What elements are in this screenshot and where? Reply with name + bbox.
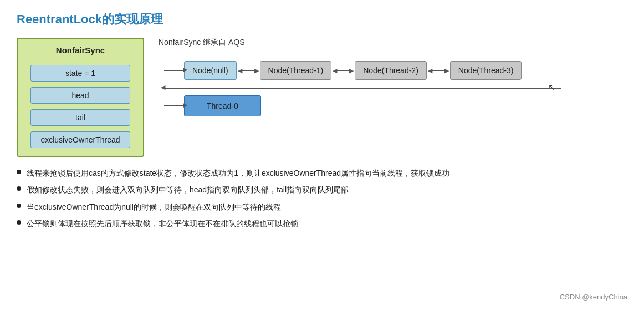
bullet-1: 线程来抢锁后使用cas的方式修改state状态，修改状态成功为1，则让exclu… xyxy=(17,167,627,179)
node-thread2: Node(Thread-2) xyxy=(355,61,427,80)
thread-row: ▶ Thread-0 xyxy=(164,95,627,116)
bullets-section: 线程来抢锁后使用cas的方式修改state状态，修改状态成功为1，则让exclu… xyxy=(17,167,627,230)
nonfair-box: NonfairSync state = 1 head tail exclusiv… xyxy=(17,38,144,157)
node-thread3: Node(Thread-3) xyxy=(450,61,522,80)
bullet-3: 当exclusiveOwnerThread为null的时候，则会唤醒在双向队列中… xyxy=(17,201,627,213)
field-exclusive: exclusiveOwnerThread xyxy=(30,131,130,148)
page-title: ReentrantLock的实现原理 xyxy=(17,11,627,28)
bullet-dot-1 xyxy=(17,170,21,174)
node-thread1: Node(Thread-1) xyxy=(260,61,332,80)
nonfair-title: NonfairSync xyxy=(56,45,105,55)
bullet-text-2: 假如修改状态失败，则会进入双向队列中等待，head指向双向队列头部，tail指向… xyxy=(27,184,349,196)
field-tail: tail xyxy=(30,109,130,126)
bullet-text-1: 线程来抢锁后使用cas的方式修改state状态，修改状态成功为1，则让exclu… xyxy=(27,167,449,179)
bullet-dot-4 xyxy=(17,220,21,225)
bullet-text-4: 公平锁则体现在按照先后顺序获取锁，非公平体现在不在排队的线程也可以抢锁 xyxy=(27,217,298,230)
dbl-arrow-1: ◀ ▶ xyxy=(237,67,260,74)
bullet-dot-3 xyxy=(17,204,21,208)
diagram-right-area: NonfairSync 继承自 AQS ▶ Node(null) ◀ ▶ Nod… xyxy=(153,38,627,116)
watermark: CSDN @kendyChina xyxy=(560,293,627,301)
diagram-container: NonfairSync state = 1 head tail exclusiv… xyxy=(17,38,627,157)
field-head: head xyxy=(30,87,130,104)
inherit-label: NonfairSync 继承自 AQS xyxy=(159,38,627,48)
cursor-icon: ↖ xyxy=(548,82,555,93)
arrow-head-to-node: ▶ xyxy=(164,70,184,71)
node-null: Node(null) xyxy=(184,61,237,80)
bullet-4: 公平锁则体现在按照先后顺序获取锁，非公平体现在不在排队的线程也可以抢锁 xyxy=(17,217,627,230)
bullet-dot-2 xyxy=(17,186,21,191)
bullet-text-3: 当exclusiveOwnerThread为null的时候，则会唤醒在双向队列中… xyxy=(27,201,281,213)
thread-0-box: Thread-0 xyxy=(184,95,261,116)
dbl-arrow-2: ◀ ▶ xyxy=(331,67,355,74)
main-diagram: NonfairSync state = 1 head tail exclusiv… xyxy=(17,38,627,157)
dbl-arrow-3: ◀ ▶ xyxy=(427,67,450,74)
tail-arrow-row: ◀ ↖ xyxy=(164,88,627,89)
nodes-row: ▶ Node(null) ◀ ▶ Node(Thread-1) ◀ ▶ xyxy=(164,61,627,80)
bullet-2: 假如修改状态失败，则会进入双向队列中等待，head指向双向队列头部，tail指向… xyxy=(17,184,627,196)
field-state: state = 1 xyxy=(30,65,130,82)
